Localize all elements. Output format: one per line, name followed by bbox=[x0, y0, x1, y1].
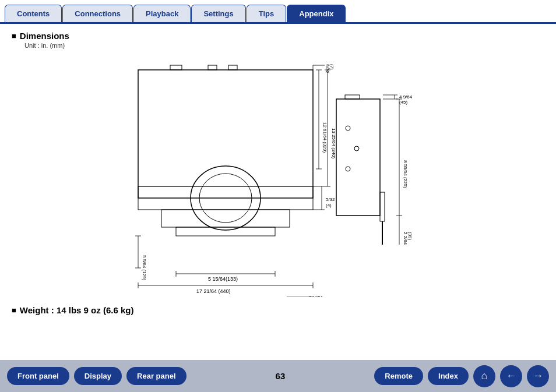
svg-rect-16 bbox=[345, 95, 360, 99]
forward-button[interactable]: → bbox=[527, 365, 549, 387]
weight-title: Weight : 14 lbs 9 oz (6.6 kg) bbox=[12, 305, 544, 315]
tab-tips[interactable]: Tips bbox=[247, 5, 287, 22]
unit-text: Unit : in. (mm) bbox=[24, 42, 544, 49]
dimensions-diagram: 9/32 (7) 12 61/64 (329) 13 25/64 (340) 5… bbox=[80, 52, 476, 297]
svg-rect-3 bbox=[228, 65, 237, 70]
dimensions-title: Dimensions bbox=[12, 31, 544, 41]
tab-playback[interactable]: Playback bbox=[133, 5, 191, 22]
svg-text:9/32: 9/32 bbox=[325, 64, 330, 73]
remote-button[interactable]: Remote bbox=[374, 367, 423, 385]
svg-rect-14 bbox=[380, 192, 385, 221]
svg-text:2 13/64: 2 13/64 bbox=[309, 295, 322, 297]
svg-point-11 bbox=[346, 126, 350, 130]
home-button[interactable]: ⌂ bbox=[473, 365, 495, 387]
svg-text:(7): (7) bbox=[329, 64, 335, 70]
bottom-navigation: Front panel Display Rear panel 63 Remote… bbox=[0, 360, 556, 392]
svg-text:13 25/64 (340): 13 25/64 (340) bbox=[331, 128, 336, 158]
tab-settings[interactable]: Settings bbox=[191, 5, 245, 22]
back-button[interactable]: ← bbox=[500, 365, 522, 387]
svg-text:2 2/64: 2 2/64 bbox=[403, 232, 408, 245]
svg-rect-9 bbox=[176, 227, 275, 236]
svg-rect-2 bbox=[208, 65, 217, 70]
svg-text:5/32: 5/32 bbox=[326, 197, 335, 202]
tab-contents[interactable]: Contents bbox=[5, 5, 62, 22]
svg-point-13 bbox=[354, 146, 359, 151]
rear-panel-button[interactable]: Rear panel bbox=[126, 367, 186, 385]
svg-text:(45): (45) bbox=[399, 100, 408, 105]
svg-text:17 21/64 (440): 17 21/64 (440) bbox=[196, 288, 231, 294]
bottom-nav-left: Front panel Display Rear panel bbox=[7, 367, 186, 385]
svg-rect-1 bbox=[170, 65, 182, 70]
svg-text:(4): (4) bbox=[326, 203, 332, 208]
diagram-area: 9/32 (7) 12 61/64 (329) 13 25/64 (340) 5… bbox=[12, 52, 544, 303]
front-panel-button[interactable]: Front panel bbox=[7, 367, 69, 385]
index-button[interactable]: Index bbox=[428, 367, 469, 385]
svg-text:8 55/64 (225): 8 55/64 (225) bbox=[403, 160, 408, 188]
display-button[interactable]: Display bbox=[74, 367, 122, 385]
tab-appendix[interactable]: Appendix bbox=[287, 5, 346, 22]
top-navigation: Contents Connections Playback Settings T… bbox=[0, 0, 556, 24]
svg-text:5 15/64(133): 5 15/64(133) bbox=[208, 276, 238, 282]
svg-point-12 bbox=[346, 167, 350, 171]
svg-text:12 61/64 (329): 12 61/64 (329) bbox=[322, 122, 328, 153]
svg-text:5 5/64 (129): 5 5/64 (129) bbox=[142, 255, 147, 280]
weight-section: Weight : 14 lbs 9 oz (6.6 kg) bbox=[0, 303, 556, 317]
svg-rect-10 bbox=[336, 99, 380, 216]
svg-text:(39): (39) bbox=[407, 232, 413, 241]
main-content: Dimensions Unit : in. (mm) bbox=[0, 24, 556, 303]
page-number: 63 bbox=[276, 371, 286, 381]
tab-connections[interactable]: Connections bbox=[62, 5, 133, 22]
svg-rect-8 bbox=[161, 210, 290, 227]
bottom-nav-right: Remote Index ⌂ ← → bbox=[374, 365, 549, 387]
svg-rect-0 bbox=[138, 70, 313, 198]
